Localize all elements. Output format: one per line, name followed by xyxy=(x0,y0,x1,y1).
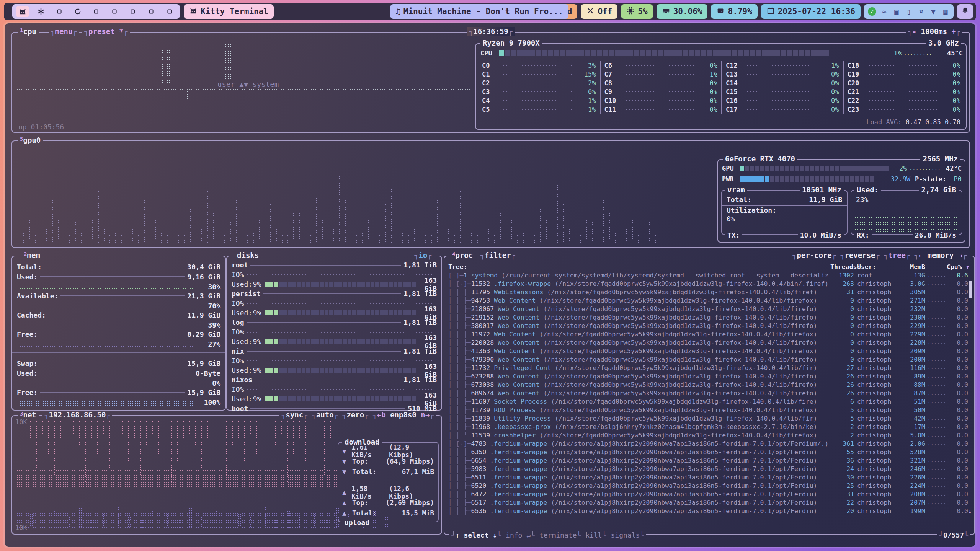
process-row[interactable]: │ │ ├─689674 Web Content (/nix/store/fqa… xyxy=(444,389,974,397)
now-playing-button[interactable]: ♫ Minuit Machine - Don't Run Fro... xyxy=(390,4,568,19)
tree-button[interactable]: ┐tree┌ xyxy=(882,251,912,259)
menu-button[interactable]: ┐menu┌ xyxy=(49,27,79,36)
proc-panel-title[interactable]: 4proc xyxy=(450,251,475,259)
mem-meter xyxy=(17,401,194,406)
sort-right-arrow[interactable]: → xyxy=(958,251,962,259)
net-panel-title[interactable]: 3net xyxy=(18,411,39,419)
status-pill-bluetooth-off[interactable]: Off xyxy=(581,4,617,19)
col-cpu[interactable]: Cpu% ↑ xyxy=(947,263,968,271)
col-user[interactable]: User: xyxy=(854,263,901,271)
process-user: christoph xyxy=(854,448,901,456)
update-interval-control[interactable]: ┐- 1000ms +┌ xyxy=(906,27,962,36)
workspace-icon[interactable] xyxy=(90,6,103,17)
cat-icon[interactable] xyxy=(16,6,29,17)
status-pill-calendar[interactable]: 2025-07-22 16:36 xyxy=(761,4,861,19)
process-row[interactable]: │ │ ├─479390 Web Content (/nix/store/fqa… xyxy=(444,355,974,364)
process-row[interactable]: │ │ ├─5983 .ferdium-wrappe (/nix/store/a… xyxy=(444,465,974,473)
workspace-icon[interactable] xyxy=(126,6,139,17)
gpu-power-meter xyxy=(740,176,884,182)
process-row[interactable]: │ │ ├─6511 .ferdium-wrappe (/nix/store/a… xyxy=(444,473,974,481)
auto-button[interactable]: ┐auto┌ xyxy=(310,411,340,419)
proc-more-down-icon[interactable]: ↓ xyxy=(968,507,974,515)
kill-button[interactable]: kill└ xyxy=(583,531,608,539)
sort-left-arrow[interactable]: ← xyxy=(919,251,923,259)
process-row[interactable]: │ │ ├─6350 .ferdium-wrappe (/nix/store/a… xyxy=(444,448,974,456)
gpu-graph-bar xyxy=(350,221,353,243)
zero-button[interactable]: ┐zero┌ xyxy=(340,411,371,419)
process-row[interactable]: │ │ ├─6654 .ferdium-wrappe (/nix/store/a… xyxy=(444,456,974,465)
sync-button[interactable]: ┐sync┌ xyxy=(279,411,310,419)
tray-phone-icon[interactable]: ▯ xyxy=(905,7,913,16)
process-row[interactable]: │ │ ├─11732 Privileged Cont (/nix/store/… xyxy=(444,364,974,372)
process-row[interactable]: │ │ └─11539 crashhelper (/nix/store/fqad… xyxy=(444,431,974,439)
status-pill-memory[interactable]: 30.06% xyxy=(657,4,708,19)
process-threads: 5 xyxy=(830,406,854,414)
gpu-graph-bar xyxy=(172,226,175,243)
process-row[interactable]: │ │ ├─6536 .ferdium-wrappe (/nix/store/a… xyxy=(444,507,974,515)
process-row[interactable]: │ │ ├─94753 Web Content (/nix/store/fqad… xyxy=(444,296,974,305)
core-pct: 0% xyxy=(941,62,960,69)
tray-check-icon[interactable]: ✓ xyxy=(868,7,876,16)
reverse-button[interactable]: ┐reverse┌ xyxy=(838,251,882,259)
interface-switcher[interactable]: ┐←b enp8s0 n→┌ xyxy=(371,411,436,419)
disks-panel-title[interactable]: disks xyxy=(235,251,261,259)
terminate-button[interactable]: terminate└ xyxy=(537,531,583,539)
vram-total: 11,9 GiB xyxy=(809,196,842,204)
process-row[interactable]: │ │ ├─11607 Socket Process (/nix/store/f… xyxy=(444,397,974,406)
gpu-panel-title[interactable]: 5gpu0 xyxy=(18,136,43,144)
process-row[interactable]: │ │ ├─6517 .ferdium-wrappe (/nix/store/a… xyxy=(444,498,974,507)
process-row[interactable]: │ │ ├─6472 .ferdium-wrappe (/nix/store/a… xyxy=(444,490,974,498)
process-row[interactable]: │ │ ├─6520 .ferdium-wrappe (/nix/store/a… xyxy=(444,481,974,490)
per-core-button[interactable]: ┐per-core┌ xyxy=(790,251,838,259)
tray-window-icon[interactable]: ▣ xyxy=(892,7,901,16)
process-row[interactable]: │ │ ├─11739 RDD Process (/nix/store/fqad… xyxy=(444,406,974,414)
tray-wave-icon[interactable]: ≈ xyxy=(880,7,889,16)
process-row[interactable]: [-]─1 systemd (/run/current-system/syste… xyxy=(444,271,974,279)
disks-io-button[interactable]: ┐io┌ xyxy=(412,251,434,259)
restart-icon[interactable] xyxy=(71,6,84,17)
process-row[interactable]: │ │ ├─11839 Utility Process (/nix/store/… xyxy=(444,414,974,422)
gpu-graph-bar xyxy=(499,212,502,243)
process-row[interactable]: │ │ ├─220028 Web Content (/nix/store/fqa… xyxy=(444,338,974,347)
col-tree[interactable]: Tree: xyxy=(448,263,830,271)
process-row[interactable]: │ [-]─11532 .firefox-wrappe (/nix/store/… xyxy=(444,279,974,288)
process-row[interactable]: │ │ ├─673038 Web Content (/nix/store/fqa… xyxy=(444,380,974,389)
tray-plus-icon[interactable]: ¤ xyxy=(917,7,925,16)
select-button[interactable]: ┘↑ select ↓└ xyxy=(449,531,503,539)
nix-icon[interactable] xyxy=(34,6,47,17)
interval-plus-button[interactable]: + xyxy=(952,27,956,36)
process-row[interactable]: │ │ ├─218067 Web Content (/nix/store/fqa… xyxy=(444,305,974,313)
process-row[interactable]: │ │ ├─219152 Web Content (/nix/store/fqa… xyxy=(444,313,974,321)
notifications-bell-button[interactable] xyxy=(957,4,973,19)
proc-scrollbar[interactable] xyxy=(969,281,972,298)
workspace-icon[interactable] xyxy=(163,6,176,17)
mem-panel-title[interactable]: 2mem xyxy=(21,251,42,259)
sort-column-control[interactable]: ┐← memory →┌ xyxy=(912,251,969,259)
signals-button[interactable]: signals└ xyxy=(609,531,647,539)
status-pill-chip[interactable]: 5% xyxy=(621,4,653,19)
gpu-graph-bar xyxy=(264,182,267,243)
process-row[interactable]: │ │ ├─11972 Web Content (/nix/store/fqad… xyxy=(444,330,974,338)
col-threads[interactable]: Threads: xyxy=(830,263,854,271)
tray-grid-icon[interactable]: ▦ xyxy=(941,7,950,16)
filter-button[interactable]: ┐filter┌ xyxy=(478,251,517,259)
process-row[interactable]: │ │ ├─580017 Web Content (/nix/store/fqa… xyxy=(444,321,974,330)
interval-minus-button[interactable]: - xyxy=(912,27,916,36)
info-button[interactable]: info ↵└ xyxy=(503,531,537,539)
workspace-icon[interactable] xyxy=(145,6,158,17)
workspace-icon[interactable] xyxy=(108,6,121,17)
col-memb[interactable]: MemB xyxy=(901,263,925,271)
process-row[interactable]: │ │ ├─11968 .keepassxc-prox (/nix/store/… xyxy=(444,422,974,431)
process-row[interactable]: │ │ ├─673288 Web Content (/nix/store/fqa… xyxy=(444,372,974,380)
process-row[interactable]: │ │ ├─41363 Web Content (/nix/store/fqad… xyxy=(444,347,974,355)
core-leader xyxy=(869,74,938,75)
kitty-terminal-window-button[interactable]: Kitty Terminal xyxy=(184,4,274,19)
tray-funnel-icon[interactable]: ▼ xyxy=(929,7,938,16)
process-row[interactable]: │ [-]─4783 .ferdium-wrappe (/nix/store/a… xyxy=(444,439,974,448)
workspace-icon[interactable] xyxy=(53,6,66,17)
status-pill-disk[interactable]: 8.79% xyxy=(711,4,757,19)
process-mem: 2.0G xyxy=(901,440,925,447)
process-row[interactable]: │ │ ├─11795 WebExtensions (/nix/store/fq… xyxy=(444,288,974,296)
cpu-panel-title[interactable]: 1cpu xyxy=(18,27,39,36)
preset-button[interactable]: ┐preset *┌ xyxy=(82,27,130,36)
